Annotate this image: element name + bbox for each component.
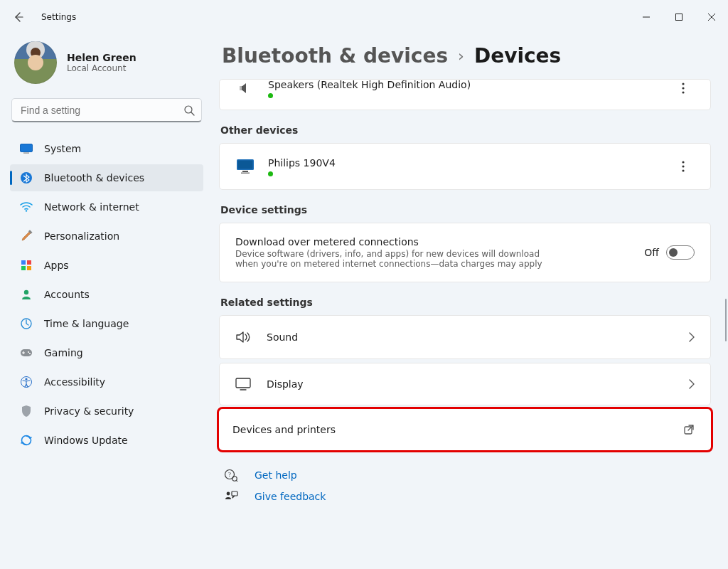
svg-point-20 bbox=[682, 83, 684, 85]
related-row-display[interactable]: Display bbox=[219, 363, 711, 405]
search-input[interactable] bbox=[11, 98, 202, 122]
svg-rect-25 bbox=[242, 171, 248, 172]
maximize-button[interactable] bbox=[663, 6, 695, 28]
device-row[interactable]: Speakers (Realtek High Definition Audio) bbox=[220, 79, 710, 110]
system-icon bbox=[20, 144, 33, 154]
sidebar-item-label: Windows Update bbox=[44, 435, 128, 446]
sidebar-item-label: Bluetooth & devices bbox=[44, 172, 144, 184]
sidebar-item-update[interactable]: Windows Update bbox=[10, 427, 203, 454]
svg-point-35 bbox=[227, 492, 230, 496]
sidebar-item-time[interactable]: Time & language bbox=[10, 310, 203, 337]
chevron-right-icon bbox=[689, 379, 695, 389]
section-label: Other devices bbox=[219, 124, 711, 136]
svg-rect-19 bbox=[240, 86, 242, 90]
user-name: Helen Green bbox=[67, 52, 136, 63]
sidebar-item-gaming[interactable]: Gaming bbox=[10, 339, 203, 366]
sidebar-item-label: Personalization bbox=[44, 230, 119, 242]
related-settings-section: Related settings Sound bbox=[219, 297, 711, 450]
sidebar-item-personalization[interactable]: Personalization bbox=[10, 223, 203, 250]
speaker-icon bbox=[235, 80, 255, 96]
get-help-link[interactable]: ? Get help bbox=[219, 469, 711, 482]
sidebar: Helen Green Local Account System Bluet bbox=[0, 34, 213, 569]
sidebar-item-network[interactable]: Network & internet bbox=[10, 193, 203, 220]
wifi-icon bbox=[20, 202, 33, 212]
other-devices-card: Philips 190V4 bbox=[219, 143, 711, 190]
minimize-icon bbox=[643, 14, 650, 21]
device-settings-section: Device settings Download over metered co… bbox=[219, 204, 711, 282]
sidebar-item-label: Gaming bbox=[44, 347, 83, 358]
breadcrumb: Bluetooth & devices › Devices bbox=[219, 34, 711, 79]
user-type: Local Account bbox=[67, 63, 136, 73]
related-row-sound[interactable]: Sound bbox=[219, 315, 711, 359]
svg-point-22 bbox=[682, 91, 684, 93]
nav: System Bluetooth & devices Network & int… bbox=[10, 135, 203, 454]
close-icon bbox=[708, 14, 715, 21]
external-link-icon bbox=[683, 424, 695, 435]
metered-toggle[interactable] bbox=[666, 245, 695, 260]
accessibility-icon bbox=[20, 376, 33, 388]
titlebar: Settings bbox=[0, 0, 728, 34]
device-name: Philips 190V4 bbox=[268, 157, 659, 169]
section-label: Related settings bbox=[219, 297, 711, 308]
svg-rect-2 bbox=[21, 144, 33, 152]
svg-point-28 bbox=[682, 165, 684, 167]
sidebar-item-label: Network & internet bbox=[44, 201, 139, 213]
svg-rect-8 bbox=[27, 260, 31, 265]
sidebar-item-system[interactable]: System bbox=[10, 135, 203, 162]
maximize-icon bbox=[675, 14, 682, 21]
svg-rect-30 bbox=[236, 378, 250, 388]
device-row[interactable]: Philips 190V4 bbox=[220, 144, 710, 189]
titlebar-left: Settings bbox=[6, 4, 76, 30]
search bbox=[11, 98, 202, 122]
minimize-button[interactable] bbox=[630, 6, 663, 28]
sidebar-item-apps[interactable]: Apps bbox=[10, 252, 203, 279]
sidebar-item-privacy[interactable]: Privacy & security bbox=[10, 398, 203, 425]
svg-point-21 bbox=[682, 87, 684, 89]
breadcrumb-parent[interactable]: Bluetooth & devices bbox=[222, 44, 448, 68]
svg-rect-26 bbox=[241, 173, 250, 174]
device-more-button[interactable] bbox=[672, 79, 695, 100]
more-vertical-icon bbox=[682, 83, 685, 94]
apps-icon bbox=[20, 260, 33, 271]
svg-rect-7 bbox=[21, 260, 26, 265]
status-dot-online bbox=[268, 171, 273, 176]
svg-rect-24 bbox=[238, 161, 253, 169]
gamepad-icon bbox=[20, 349, 33, 357]
more-vertical-icon bbox=[682, 161, 685, 172]
svg-point-29 bbox=[682, 169, 684, 171]
other-devices-section: Other devices Philips 190V4 bbox=[219, 124, 711, 190]
sidebar-item-accounts[interactable]: Accounts bbox=[10, 281, 203, 308]
related-row-devices-and-printers[interactable]: Devices and printers bbox=[219, 409, 711, 450]
setting-description: Device software (drivers, info, and apps… bbox=[235, 249, 562, 269]
device-more-button[interactable] bbox=[672, 155, 695, 178]
svg-rect-0 bbox=[676, 14, 682, 21]
user-block[interactable]: Helen Green Local Account bbox=[10, 38, 203, 92]
svg-rect-36 bbox=[232, 491, 237, 496]
sidebar-item-label: Accessibility bbox=[44, 376, 105, 388]
give-feedback-link[interactable]: Give feedback bbox=[219, 490, 711, 503]
person-icon bbox=[20, 289, 33, 300]
arrow-left-icon bbox=[13, 11, 24, 23]
svg-point-5 bbox=[26, 210, 27, 211]
sidebar-item-label: Apps bbox=[44, 260, 69, 271]
give-feedback-text[interactable]: Give feedback bbox=[255, 491, 326, 502]
scrollbar-thumb[interactable] bbox=[725, 299, 727, 341]
avatar bbox=[14, 41, 57, 84]
main: Bluetooth & devices › Devices Speakers (… bbox=[213, 34, 728, 569]
get-help-text[interactable]: Get help bbox=[255, 469, 297, 481]
related-label: Display bbox=[267, 378, 673, 390]
breadcrumb-current: Devices bbox=[474, 44, 561, 68]
chevron-right-icon bbox=[689, 332, 695, 342]
feedback-icon bbox=[223, 490, 239, 503]
svg-rect-3 bbox=[23, 153, 29, 154]
back-button[interactable] bbox=[6, 4, 31, 30]
svg-point-11 bbox=[24, 290, 28, 294]
svg-point-27 bbox=[682, 161, 684, 163]
svg-rect-9 bbox=[21, 266, 26, 270]
device-name: Speakers (Realtek High Definition Audio) bbox=[268, 79, 659, 90]
sidebar-item-accessibility[interactable]: Accessibility bbox=[10, 368, 203, 395]
status-dot-online bbox=[268, 93, 273, 98]
related-label: Sound bbox=[267, 331, 673, 343]
sidebar-item-bluetooth[interactable]: Bluetooth & devices bbox=[10, 164, 203, 191]
close-button[interactable] bbox=[695, 6, 728, 28]
